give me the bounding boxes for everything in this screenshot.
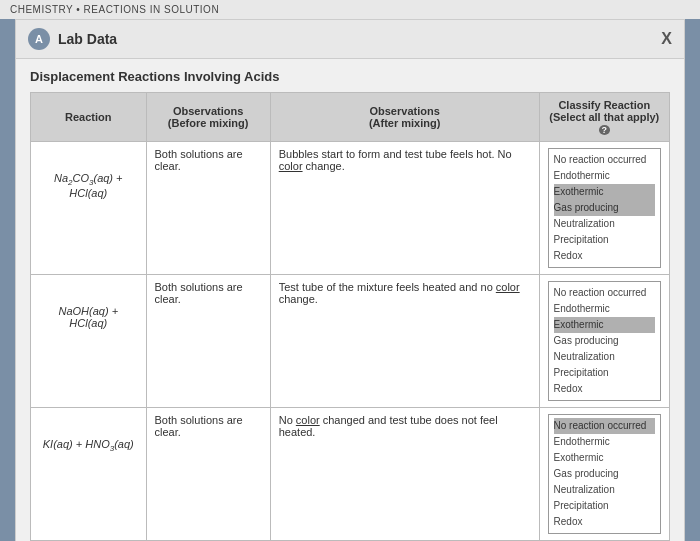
classify-redox-1[interactable]: Redox [554, 248, 655, 264]
classify-gas-2[interactable]: Gas producing [554, 333, 655, 349]
panel-content: Displacement Reactions Involving Acids R… [16, 59, 684, 541]
panel-header: A Lab Data X [16, 20, 684, 59]
classify-neutralization-1[interactable]: Neutralization [554, 216, 655, 232]
classify-exothermic-1[interactable]: Exothermic [554, 184, 655, 200]
classify-1[interactable]: No reaction occurred Endothermic Exother… [539, 142, 669, 275]
classify-precipitation-2[interactable]: Precipitation [554, 365, 655, 381]
classify-box-3[interactable]: No reaction occurred Endothermic Exother… [548, 414, 661, 534]
classify-no-reaction-3[interactable]: No reaction occurred [554, 418, 655, 434]
classify-exothermic-3[interactable]: Exothermic [554, 450, 655, 466]
classify-redox-2[interactable]: Redox [554, 381, 655, 397]
classify-endothermic-1[interactable]: Endothermic [554, 168, 655, 184]
col-header-reaction: Reaction [31, 93, 147, 142]
obs-after-3: No color changed and test tube does not … [270, 408, 539, 541]
classify-endothermic-3[interactable]: Endothermic [554, 434, 655, 450]
classify-exothermic-2[interactable]: Exothermic [554, 317, 655, 333]
main-panel: A Lab Data X Displacement Reactions Invo… [15, 19, 685, 541]
classify-precipitation-3[interactable]: Precipitation [554, 498, 655, 514]
help-icon[interactable]: ? [599, 125, 611, 135]
obs-after-1: Bubbles start to form and test tube feel… [270, 142, 539, 275]
classify-neutralization-3[interactable]: Neutralization [554, 482, 655, 498]
classify-3[interactable]: No reaction occurred Endothermic Exother… [539, 408, 669, 541]
close-button[interactable]: X [661, 30, 672, 48]
classify-gas-3[interactable]: Gas producing [554, 466, 655, 482]
classify-no-reaction-2[interactable]: No reaction occurred [554, 285, 655, 301]
section-title-acids: Displacement Reactions Involving Acids [30, 69, 670, 84]
table-row: KI(aq) + HNO3(aq) Both solutions are cle… [31, 408, 670, 541]
obs-before-2: Both solutions are clear. [146, 275, 270, 408]
classify-neutralization-2[interactable]: Neutralization [554, 349, 655, 365]
table-row: Na2CO3(aq) + HCl(aq) Both solutions are … [31, 142, 670, 275]
classify-2[interactable]: No reaction occurred Endothermic Exother… [539, 275, 669, 408]
reaction-3: KI(aq) + HNO3(aq) [31, 408, 147, 541]
classify-endothermic-2[interactable]: Endothermic [554, 301, 655, 317]
classify-redox-3[interactable]: Redox [554, 514, 655, 530]
obs-after-2: Test tube of the mixture feels heated an… [270, 275, 539, 408]
obs-before-3: Both solutions are clear. [146, 408, 270, 541]
classify-no-reaction-1[interactable]: No reaction occurred [554, 152, 655, 168]
top-bar: CHEMISTRY • REACTIONS IN SOLUTION [0, 0, 700, 19]
obs-before-1: Both solutions are clear. [146, 142, 270, 275]
col-header-obs-before: Observations(Before mixing) [146, 93, 270, 142]
classify-gas-1[interactable]: Gas producing [554, 200, 655, 216]
panel-icon: A [28, 28, 50, 50]
reaction-2: NaOH(aq) + HCl(aq) [31, 275, 147, 408]
col-header-classify: Classify Reaction(Select all that apply)… [539, 93, 669, 142]
classify-box-1[interactable]: No reaction occurred Endothermic Exother… [548, 148, 661, 268]
col-header-obs-after: Observations(After mixing) [270, 93, 539, 142]
reactions-table: Reaction Observations(Before mixing) Obs… [30, 92, 670, 541]
panel-title: Lab Data [58, 31, 661, 47]
reaction-1: Na2CO3(aq) + HCl(aq) [31, 142, 147, 275]
table-row: NaOH(aq) + HCl(aq) Both solutions are cl… [31, 275, 670, 408]
top-bar-label: CHEMISTRY • REACTIONS IN SOLUTION [10, 4, 219, 15]
classify-box-2[interactable]: No reaction occurred Endothermic Exother… [548, 281, 661, 401]
classify-precipitation-1[interactable]: Precipitation [554, 232, 655, 248]
